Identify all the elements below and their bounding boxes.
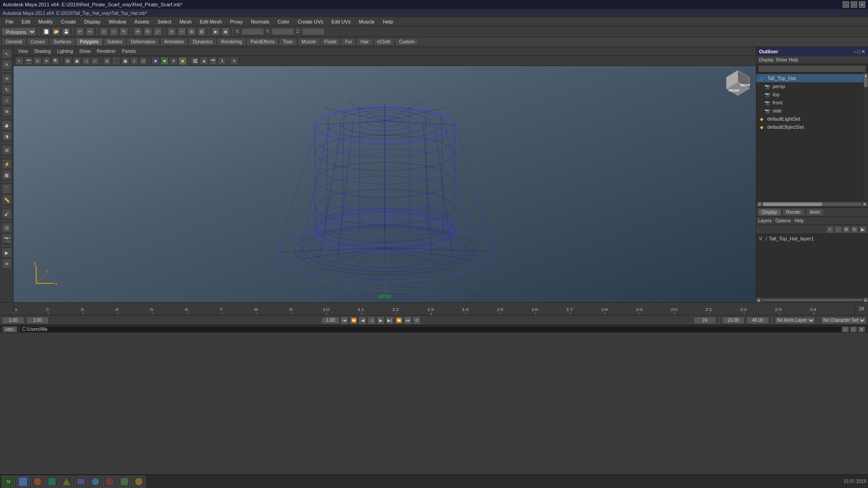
vp-menu-view[interactable]: View — [16, 49, 30, 54]
vp-menu-lighting[interactable]: Lighting — [55, 49, 75, 54]
pb-char-set-select[interactable]: No Character Set — [821, 317, 866, 324]
pb-btn-play-back[interactable]: ◁ — [368, 316, 376, 324]
outliner-hscroll[interactable]: ◄ ► — [756, 200, 868, 207]
menu-edit-uvs[interactable]: Edit UVs — [328, 18, 354, 25]
vp-icon-snapshot[interactable]: 📸 — [209, 57, 217, 65]
outliner-menu-display[interactable]: Display — [759, 57, 774, 62]
menu-create-uvs[interactable]: Create UVs — [294, 18, 327, 25]
shelf-tab-dynamics[interactable]: Dynamics — [189, 38, 217, 46]
pb-anim-layer-select[interactable]: No Anim Layer — [775, 317, 815, 324]
menu-create[interactable]: Create — [57, 18, 80, 25]
toolbar-icon-render[interactable]: ▶ — [212, 28, 220, 36]
vp-icon-points[interactable]: ⊹ — [130, 57, 138, 65]
lt-grid-icon[interactable]: ⊟ — [2, 223, 12, 233]
outliner-item-default-light-set[interactable]: ◆ defaultLightSet — [756, 115, 868, 123]
mel-lang-btn[interactable]: MEL — [3, 326, 17, 333]
menu-window[interactable]: Window — [105, 18, 130, 25]
taskbar-btn-1[interactable] — [16, 476, 30, 488]
vp-menu-shading[interactable]: Shading — [33, 49, 53, 54]
vp-icon-green-shade[interactable]: ■ — [160, 57, 169, 65]
menu-select[interactable]: Select — [154, 18, 175, 25]
pb-btn-loop[interactable]: ↺ — [413, 316, 421, 324]
menu-normals[interactable]: Normals — [247, 18, 273, 25]
vp-icon-blue-shade[interactable]: ■ — [151, 57, 160, 65]
shelf-tab-ncloth[interactable]: nCloth — [373, 38, 395, 46]
vp-icon-next-view[interactable]: ▷ — [91, 57, 99, 65]
outliner-item-tall-top-hat[interactable]: ⬡ Tall_Top_Hat — [756, 74, 868, 82]
outliner-scrollbar[interactable] — [863, 73, 868, 200]
shelf-tab-deformation[interactable]: Deformation — [127, 38, 159, 46]
shelf-tab-painteffects[interactable]: PaintEffects — [246, 38, 278, 46]
shelf-tab-general[interactable]: General — [2, 38, 26, 46]
script-btn-2[interactable]: □ — [850, 326, 857, 333]
shelf-tab-polygons[interactable]: Polygons — [76, 38, 103, 46]
toolbar-icon-ipr[interactable]: ◉ — [222, 28, 230, 36]
toolbar-icon-paint[interactable]: ✎ — [120, 28, 128, 36]
pb-char-end[interactable] — [746, 317, 769, 324]
toolbar-icon-move[interactable]: ✛ — [134, 28, 142, 36]
vp-icon-zoom[interactable]: 🔍 — [52, 57, 60, 65]
close-btn-1[interactable]: ✕ — [859, 1, 865, 8]
vp-icon-prev-view[interactable]: ◁ — [82, 57, 90, 65]
mode-selector[interactable]: Polygons — [2, 28, 36, 36]
shelf-tab-fluids[interactable]: Fluids — [321, 38, 341, 46]
script-btn-close[interactable]: ✕ — [858, 326, 865, 333]
vp-icon-smooth-wire[interactable]: ▣ — [121, 57, 129, 65]
menu-file[interactable]: File — [2, 18, 17, 25]
script-btn-1[interactable]: □ — [842, 326, 849, 333]
lt-camera-icon[interactable]: 📷 — [2, 234, 12, 244]
toolbar-icon-undo[interactable]: ↩ — [76, 28, 84, 36]
maximize-btn-1[interactable]: □ — [851, 1, 857, 8]
lt-paint-select-icon[interactable]: ✎ — [2, 60, 12, 70]
cb-tab-display[interactable]: Display — [758, 208, 781, 216]
lt-scale-icon[interactable]: ⤢ — [2, 95, 12, 105]
taskbar-btn-9[interactable] — [132, 476, 146, 488]
lt-crease-icon[interactable]: ≋ — [2, 258, 12, 268]
pb-btn-next-frame[interactable]: ▶| — [386, 316, 394, 324]
pb-btn-prev-key[interactable]: ⏪ — [349, 316, 358, 324]
minimize-btn-1[interactable]: – — [843, 1, 849, 8]
vp-icon-lighting-mode[interactable]: ☀ — [170, 57, 178, 65]
cb-subtab-help[interactable]: Help — [794, 218, 804, 223]
vp-icon-light-icon[interactable]: ■ — [179, 57, 187, 65]
cb-scroll-track[interactable] — [762, 299, 863, 301]
toolbar-icon-snap-grid[interactable]: # — [168, 28, 176, 36]
layers-icon-options[interactable]: ⚙ — [843, 226, 850, 233]
vp-icon-select[interactable]: ↖ — [15, 57, 24, 65]
taskbar-btn-4[interactable] — [60, 476, 73, 488]
vp-icon-isolate-sel[interactable]: ◈ — [200, 57, 208, 65]
shelf-tab-subdvs[interactable]: Subdvs — [103, 38, 126, 46]
pb-current-frame-start[interactable] — [2, 317, 24, 324]
lt-sculpt-icon[interactable]: ◑ — [2, 131, 12, 141]
toolbar-icon-save[interactable]: 💾 — [62, 28, 70, 36]
outliner-item-side[interactable]: 📷 side — [756, 107, 868, 115]
lt-show-manip-icon[interactable]: ⊞ — [2, 145, 12, 155]
cb-scroll-right[interactable]: ► — [863, 298, 868, 302]
lt-universal-icon[interactable]: ⊕ — [2, 106, 12, 116]
cb-tab-anim[interactable]: Anim — [806, 208, 825, 216]
outliner-item-default-object-set[interactable]: ◆ defaultObjectSet — [756, 123, 868, 131]
outliner-item-persp[interactable]: 📷 persp — [756, 82, 868, 90]
taskbar-btn-maya[interactable]: M — [2, 476, 15, 488]
vp-icon-image-plane[interactable]: 🖼 — [191, 57, 199, 65]
toolbar-icon-snap-curve[interactable]: ~ — [178, 28, 186, 36]
taskbar-btn-6[interactable] — [89, 476, 102, 488]
toolbar-icon-open[interactable]: 📂 — [52, 28, 60, 36]
shelf-tab-surfaces[interactable]: Surfaces — [49, 38, 75, 46]
outliner-menu-help[interactable]: Help — [789, 57, 798, 62]
viewport-canvas[interactable]: FRONT RIGHT — [14, 66, 756, 302]
vp-icon-bounding[interactable]: ⊡ — [139, 57, 147, 65]
outliner-hscroll-track[interactable] — [763, 202, 862, 206]
menu-muscle[interactable]: Muscle — [355, 18, 378, 25]
vp-icon-track[interactable]: ✛ — [42, 57, 51, 65]
pb-range-end-input[interactable] — [693, 317, 716, 324]
outliner-scroll-right[interactable]: ► — [863, 202, 867, 206]
toolbar-icon-lasso[interactable]: ○ — [110, 28, 118, 36]
layers-icon-refresh[interactable]: ↻ — [851, 226, 858, 233]
lt-region-icon[interactable]: ▦ — [2, 170, 12, 180]
shelf-tab-custom[interactable]: Custom — [395, 38, 419, 46]
layer-item-tall-top-hat[interactable]: V / Tall_Top_Hat_layer1 — [756, 234, 868, 243]
lt-soft-mod-icon[interactable]: ◕ — [2, 120, 12, 130]
outliner-close-btn[interactable]: ✕ — [861, 49, 865, 55]
vp-icon-hud[interactable]: ℹ — [218, 57, 226, 65]
